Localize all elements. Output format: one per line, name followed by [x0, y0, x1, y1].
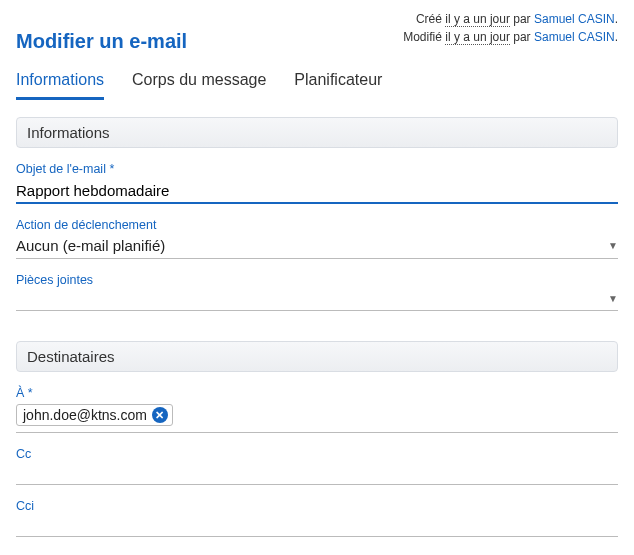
created-by-prefix: par	[510, 12, 534, 26]
attachments-select[interactable]: ▼	[16, 289, 618, 311]
section-informations: Informations	[16, 117, 618, 148]
created-by-link[interactable]: Samuel CASIN	[534, 12, 615, 26]
modified-by-link[interactable]: Samuel CASIN	[534, 30, 615, 44]
subject-input[interactable]	[16, 178, 618, 204]
trigger-value: Aucun (e-mail planifié)	[16, 237, 165, 254]
tab-informations[interactable]: Informations	[16, 67, 104, 100]
chevron-down-icon: ▼	[608, 240, 618, 251]
tab-bar: Informations Corps du message Planificat…	[16, 67, 618, 101]
subject-label: Objet de l'e-mail *	[16, 162, 618, 176]
modified-by-prefix: par	[510, 30, 534, 44]
created-line: Créé il y a un jour par Samuel CASIN.	[403, 10, 618, 28]
recipient-chip: john.doe@ktns.com ✕	[16, 404, 173, 426]
field-cc: Cc	[16, 447, 618, 485]
cci-input[interactable]	[16, 515, 618, 537]
page-title: Modifier un e-mail	[16, 10, 187, 53]
to-input[interactable]: john.doe@ktns.com ✕	[16, 402, 618, 433]
modified-time: il y a un jour	[445, 30, 510, 45]
modified-period: .	[615, 30, 618, 44]
chevron-down-icon: ▼	[608, 293, 618, 304]
field-cci: Cci	[16, 499, 618, 537]
trigger-select[interactable]: Aucun (e-mail planifié) ▼	[16, 234, 618, 259]
field-attachments: Pièces jointes ▼	[16, 273, 618, 311]
cc-label: Cc	[16, 447, 618, 461]
created-time: il y a un jour	[445, 12, 510, 27]
field-to: À * john.doe@ktns.com ✕	[16, 386, 618, 433]
close-icon[interactable]: ✕	[152, 407, 168, 423]
attachments-label: Pièces jointes	[16, 273, 618, 287]
section-destinataires: Destinataires	[16, 341, 618, 372]
created-period: .	[615, 12, 618, 26]
created-prefix: Créé	[416, 12, 445, 26]
tab-planificateur[interactable]: Planificateur	[294, 67, 382, 100]
cci-label: Cci	[16, 499, 618, 513]
meta-block: Créé il y a un jour par Samuel CASIN. Mo…	[403, 10, 618, 46]
cc-input[interactable]	[16, 463, 618, 485]
modified-line: Modifié il y a un jour par Samuel CASIN.	[403, 28, 618, 46]
to-label: À *	[16, 386, 618, 400]
trigger-label: Action de déclenchement	[16, 218, 618, 232]
field-subject: Objet de l'e-mail *	[16, 162, 618, 204]
tab-corps[interactable]: Corps du message	[132, 67, 266, 100]
recipient-chip-label: john.doe@ktns.com	[23, 407, 147, 423]
field-trigger: Action de déclenchement Aucun (e-mail pl…	[16, 218, 618, 259]
modified-prefix: Modifié	[403, 30, 445, 44]
